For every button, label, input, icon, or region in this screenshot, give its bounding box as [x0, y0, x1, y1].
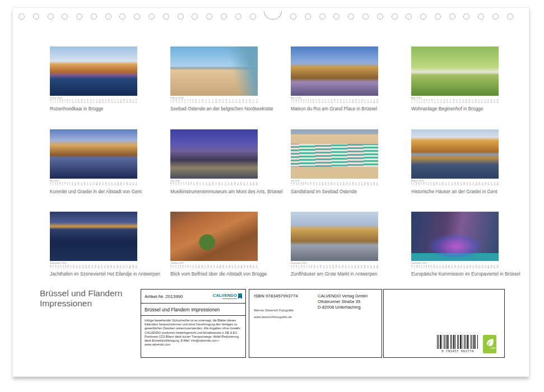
- day-cell: M22: [110, 265, 112, 269]
- day-cell: D4: [179, 100, 180, 104]
- day-cell: D21: [105, 100, 106, 104]
- day-cell: S27: [485, 265, 486, 269]
- day-cell: M5: [59, 183, 61, 186]
- day-cell: S22: [349, 100, 351, 104]
- day-cell: S3: [54, 183, 55, 186]
- day-cell: M14: [83, 183, 85, 186]
- binding-hole-icon: [362, 13, 369, 20]
- month-caption: Musikinstrumentenmuseum am Mont des Arts…: [170, 189, 289, 195]
- month-label: Dezember 2025: [411, 262, 499, 264]
- day-cell: D20: [343, 100, 345, 104]
- day-cell: D29: [370, 183, 372, 186]
- day-cell: D1: [291, 183, 292, 186]
- day-cell: S15: [328, 100, 329, 104]
- day-cell: M2: [414, 100, 415, 104]
- day-cell: D16: [210, 265, 212, 269]
- day-cell: M6: [423, 183, 424, 186]
- day-cell: D28: [487, 183, 489, 186]
- day-cell: S9: [430, 183, 431, 186]
- day-cell: M31: [376, 100, 378, 104]
- binding-hole-icon: [420, 13, 426, 20]
- day-cell: M15: [89, 265, 90, 269]
- day-cell: S4: [57, 100, 58, 104]
- day-strip: S1S2M3D4M5D6F7S8S9M10D11M12D13F14S15S16M…: [291, 265, 378, 269]
- day-cell: S23: [239, 100, 240, 104]
- day-cell: D2: [53, 100, 54, 104]
- day-cell: S13: [443, 100, 445, 104]
- day-cell: S16: [331, 100, 332, 104]
- binding-hole-icon: [163, 13, 169, 20]
- month-cell-1: Januar 2025M1D2F3S4S5M6D7M8D9F10S11S12M1…: [50, 46, 137, 112]
- day-cell: S26: [361, 183, 362, 186]
- day-cell: M15: [448, 265, 450, 269]
- day-cell: M16: [212, 183, 213, 186]
- day-cell: M6: [182, 265, 183, 269]
- day-cell: S12: [319, 183, 320, 186]
- day-cell: M15: [207, 265, 209, 269]
- day-cell: D1: [411, 100, 412, 104]
- day-cell: M1: [50, 100, 51, 104]
- month-photo-1: [50, 46, 137, 96]
- day-cell: M16: [331, 183, 332, 186]
- day-cell: S12: [440, 100, 442, 104]
- day-cell: M25: [240, 183, 242, 186]
- binding-hole-icon: [18, 13, 25, 20]
- calvendo-flag-icon: [238, 293, 242, 299]
- day-cell: S17: [454, 183, 455, 186]
- day-cell: M6: [62, 100, 63, 104]
- publisher-street: Ottobrunner Straße 39: [318, 299, 368, 305]
- day-cell: D7: [185, 265, 186, 269]
- day-cell: M2: [173, 183, 174, 186]
- day-cell: S15: [329, 265, 331, 269]
- day-cell: D10: [434, 100, 436, 104]
- day-cell: D26: [243, 183, 245, 186]
- day-cell: F14: [324, 100, 326, 104]
- calvendo-logo-text-col: CALVENDO: [213, 293, 237, 300]
- day-cell: M21: [346, 183, 347, 186]
- day-cell: M22: [108, 100, 110, 104]
- day-cell: S27: [126, 265, 128, 269]
- day-cell: S2: [293, 265, 294, 269]
- day-cell: M3: [296, 265, 297, 269]
- day-cell: D25: [120, 265, 122, 269]
- product-info-box: Artikel-Nr. 2013990 CALVENDO Brüssel und…: [141, 289, 246, 358]
- day-cell: M28: [367, 183, 369, 186]
- day-cell: M27: [123, 100, 125, 104]
- day-cell: S27: [487, 100, 489, 104]
- day-cell: S6: [424, 100, 425, 104]
- day-cell: S13: [322, 183, 323, 186]
- binding-hole-icon: [348, 13, 354, 20]
- day-cell: F23: [111, 183, 113, 186]
- day-cell: D14: [204, 265, 206, 269]
- day-cell: D31: [376, 183, 378, 186]
- day-cell: F4: [419, 100, 420, 104]
- day-cell: M17: [334, 100, 336, 104]
- month-cell-9: September 2025M1D2M3D4F5S6S7M8D9M10D11F1…: [50, 212, 137, 277]
- day-cell: M11: [196, 183, 198, 186]
- day-cell: M20: [102, 100, 104, 104]
- day-cell: M24: [476, 265, 477, 269]
- day-cell: D20: [102, 183, 104, 186]
- day-cell: D11: [315, 100, 317, 104]
- month-photo-6: [170, 129, 258, 179]
- binding-hole-icon: [76, 13, 82, 20]
- day-cell: F14: [326, 265, 328, 269]
- day-cell: M29: [250, 265, 252, 269]
- day-cell: D10: [193, 183, 195, 186]
- day-cell: M14: [447, 100, 448, 104]
- day-cell: M20: [222, 265, 224, 269]
- day-cell: S26: [240, 265, 242, 269]
- day-cell: F12: [439, 265, 441, 269]
- binding-hole-icon: [148, 13, 155, 20]
- day-cell: M13: [442, 183, 444, 186]
- day-cell: F3: [55, 100, 56, 104]
- day-cell: S28: [487, 265, 489, 269]
- day-cell: D4: [299, 265, 300, 269]
- day-cell: M13: [201, 265, 203, 269]
- day-cell: F5: [61, 265, 62, 269]
- day-cell: D11: [436, 265, 438, 269]
- month-caption: Maison du Roi am Grand Place in Brüssel: [291, 106, 410, 112]
- day-cell: S11: [75, 100, 77, 104]
- binding-hole-icon: [119, 13, 125, 20]
- day-cell: S19: [340, 183, 342, 186]
